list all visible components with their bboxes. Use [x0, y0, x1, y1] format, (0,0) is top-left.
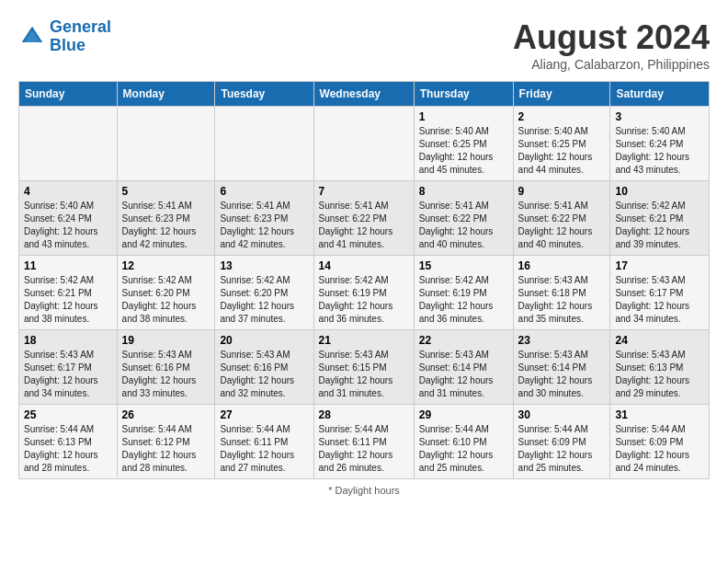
- logo: General Blue: [18, 18, 111, 55]
- day-number: 24: [615, 334, 704, 347]
- day-number: 30: [518, 408, 606, 421]
- calendar-week-2: 4Sunrise: 5:40 AMSunset: 6:24 PMDaylight…: [19, 181, 710, 256]
- day-number: 1: [419, 110, 508, 123]
- calendar-table: SundayMondayTuesdayWednesdayThursdayFrid…: [18, 81, 710, 479]
- day-header-monday: Monday: [117, 82, 215, 107]
- day-info: Sunrise: 5:43 AMSunset: 6:17 PMDaylight:…: [24, 349, 112, 400]
- day-number: 26: [122, 408, 210, 421]
- calendar-cell: 15Sunrise: 5:42 AMSunset: 6:19 PMDayligh…: [414, 256, 513, 330]
- logo-icon: [18, 23, 46, 51]
- calendar-header-row: SundayMondayTuesdayWednesdayThursdayFrid…: [19, 82, 710, 107]
- day-number: 27: [220, 408, 308, 421]
- day-info: Sunrise: 5:42 AMSunset: 6:20 PMDaylight:…: [122, 274, 210, 326]
- day-number: 6: [220, 185, 308, 198]
- day-info: Sunrise: 5:42 AMSunset: 6:19 PMDaylight:…: [319, 274, 409, 326]
- day-number: 14: [319, 259, 409, 272]
- day-number: 22: [419, 334, 508, 347]
- day-info: Sunrise: 5:43 AMSunset: 6:16 PMDaylight:…: [122, 349, 210, 400]
- day-number: 31: [615, 408, 704, 421]
- day-number: 20: [220, 334, 308, 347]
- day-info: Sunrise: 5:44 AMSunset: 6:12 PMDaylight:…: [122, 423, 210, 475]
- day-info: Sunrise: 5:40 AMSunset: 6:24 PMDaylight:…: [615, 125, 704, 177]
- day-header-wednesday: Wednesday: [313, 82, 414, 107]
- footer-note: * Daylight hours: [18, 485, 710, 496]
- day-number: 10: [615, 185, 704, 198]
- calendar-cell: 9Sunrise: 5:41 AMSunset: 6:22 PMDaylight…: [513, 181, 610, 256]
- calendar-cell: 29Sunrise: 5:44 AMSunset: 6:10 PMDayligh…: [414, 405, 513, 479]
- day-info: Sunrise: 5:43 AMSunset: 6:15 PMDaylight:…: [319, 349, 409, 400]
- calendar-cell: 2Sunrise: 5:40 AMSunset: 6:25 PMDaylight…: [513, 107, 610, 181]
- day-number: 7: [319, 185, 409, 198]
- calendar-cell: 6Sunrise: 5:41 AMSunset: 6:23 PMDaylight…: [215, 181, 313, 256]
- month-year: August 2024: [513, 18, 710, 57]
- calendar-week-5: 25Sunrise: 5:44 AMSunset: 6:13 PMDayligh…: [19, 405, 710, 479]
- calendar-cell: 3Sunrise: 5:40 AMSunset: 6:24 PMDaylight…: [610, 107, 710, 181]
- logo-text: General Blue: [50, 18, 111, 55]
- day-info: Sunrise: 5:44 AMSunset: 6:10 PMDaylight:…: [419, 423, 508, 475]
- calendar-cell: 20Sunrise: 5:43 AMSunset: 6:16 PMDayligh…: [215, 330, 313, 405]
- calendar-cell: 26Sunrise: 5:44 AMSunset: 6:12 PMDayligh…: [117, 405, 215, 479]
- calendar-cell: 19Sunrise: 5:43 AMSunset: 6:16 PMDayligh…: [117, 330, 215, 405]
- calendar-cell: 14Sunrise: 5:42 AMSunset: 6:19 PMDayligh…: [313, 256, 414, 330]
- calendar-cell: 1Sunrise: 5:40 AMSunset: 6:25 PMDaylight…: [414, 107, 513, 181]
- calendar-cell: 4Sunrise: 5:40 AMSunset: 6:24 PMDaylight…: [19, 181, 118, 256]
- calendar-cell: 31Sunrise: 5:44 AMSunset: 6:09 PMDayligh…: [610, 405, 710, 479]
- calendar-cell: 17Sunrise: 5:43 AMSunset: 6:17 PMDayligh…: [610, 256, 710, 330]
- calendar-cell: 22Sunrise: 5:43 AMSunset: 6:14 PMDayligh…: [414, 330, 513, 405]
- footer-note-text: Daylight hours: [336, 485, 400, 496]
- day-header-saturday: Saturday: [610, 82, 710, 107]
- day-info: Sunrise: 5:43 AMSunset: 6:17 PMDaylight:…: [615, 274, 704, 326]
- calendar-cell: 8Sunrise: 5:41 AMSunset: 6:22 PMDaylight…: [414, 181, 513, 256]
- day-info: Sunrise: 5:40 AMSunset: 6:24 PMDaylight:…: [24, 200, 112, 251]
- day-info: Sunrise: 5:41 AMSunset: 6:22 PMDaylight:…: [319, 200, 409, 251]
- day-info: Sunrise: 5:44 AMSunset: 6:11 PMDaylight:…: [220, 423, 308, 475]
- calendar-week-4: 18Sunrise: 5:43 AMSunset: 6:17 PMDayligh…: [19, 330, 710, 405]
- day-number: 15: [419, 259, 508, 272]
- day-number: 11: [24, 259, 112, 272]
- calendar-cell: [313, 107, 414, 181]
- calendar-cell: 24Sunrise: 5:43 AMSunset: 6:13 PMDayligh…: [610, 330, 710, 405]
- day-info: Sunrise: 5:42 AMSunset: 6:21 PMDaylight:…: [24, 274, 112, 326]
- day-info: Sunrise: 5:41 AMSunset: 6:22 PMDaylight:…: [419, 200, 508, 251]
- day-info: Sunrise: 5:43 AMSunset: 6:18 PMDaylight:…: [518, 274, 606, 326]
- day-info: Sunrise: 5:40 AMSunset: 6:25 PMDaylight:…: [419, 125, 508, 177]
- day-header-friday: Friday: [513, 82, 610, 107]
- day-number: 28: [319, 408, 409, 421]
- calendar-cell: 13Sunrise: 5:42 AMSunset: 6:20 PMDayligh…: [215, 256, 313, 330]
- day-info: Sunrise: 5:41 AMSunset: 6:23 PMDaylight:…: [220, 200, 308, 251]
- day-number: 13: [220, 259, 308, 272]
- day-info: Sunrise: 5:41 AMSunset: 6:23 PMDaylight:…: [122, 200, 210, 251]
- day-number: 25: [24, 408, 112, 421]
- page-header: General Blue August 2024 Aliang, Calabar…: [18, 18, 710, 72]
- day-number: 3: [615, 110, 704, 123]
- calendar-cell: 7Sunrise: 5:41 AMSunset: 6:22 PMDaylight…: [313, 181, 414, 256]
- day-number: 2: [518, 110, 606, 123]
- logo-line2: Blue: [50, 36, 85, 54]
- day-number: 8: [419, 185, 508, 198]
- day-number: 18: [24, 334, 112, 347]
- day-number: 17: [615, 259, 704, 272]
- calendar-week-3: 11Sunrise: 5:42 AMSunset: 6:21 PMDayligh…: [19, 256, 710, 330]
- title-area: August 2024 Aliang, Calabarzon, Philippi…: [513, 18, 710, 72]
- day-number: 12: [122, 259, 210, 272]
- day-info: Sunrise: 5:44 AMSunset: 6:09 PMDaylight:…: [615, 423, 704, 475]
- calendar-cell: 21Sunrise: 5:43 AMSunset: 6:15 PMDayligh…: [313, 330, 414, 405]
- calendar-cell: 27Sunrise: 5:44 AMSunset: 6:11 PMDayligh…: [215, 405, 313, 479]
- calendar-cell: 18Sunrise: 5:43 AMSunset: 6:17 PMDayligh…: [19, 330, 118, 405]
- calendar-cell: 25Sunrise: 5:44 AMSunset: 6:13 PMDayligh…: [19, 405, 118, 479]
- day-info: Sunrise: 5:42 AMSunset: 6:19 PMDaylight:…: [419, 274, 508, 326]
- calendar-cell: 28Sunrise: 5:44 AMSunset: 6:11 PMDayligh…: [313, 405, 414, 479]
- calendar-cell: 5Sunrise: 5:41 AMSunset: 6:23 PMDaylight…: [117, 181, 215, 256]
- day-info: Sunrise: 5:41 AMSunset: 6:22 PMDaylight:…: [518, 200, 606, 251]
- day-number: 16: [518, 259, 606, 272]
- location: Aliang, Calabarzon, Philippines: [513, 57, 710, 72]
- day-info: Sunrise: 5:42 AMSunset: 6:21 PMDaylight:…: [615, 200, 704, 251]
- day-number: 29: [419, 408, 508, 421]
- day-number: 5: [122, 185, 210, 198]
- logo-line1: General: [50, 17, 111, 36]
- day-header-sunday: Sunday: [19, 82, 118, 107]
- day-info: Sunrise: 5:44 AMSunset: 6:09 PMDaylight:…: [518, 423, 606, 475]
- calendar-cell: 16Sunrise: 5:43 AMSunset: 6:18 PMDayligh…: [513, 256, 610, 330]
- calendar-cell: [215, 107, 313, 181]
- calendar-cell: 30Sunrise: 5:44 AMSunset: 6:09 PMDayligh…: [513, 405, 610, 479]
